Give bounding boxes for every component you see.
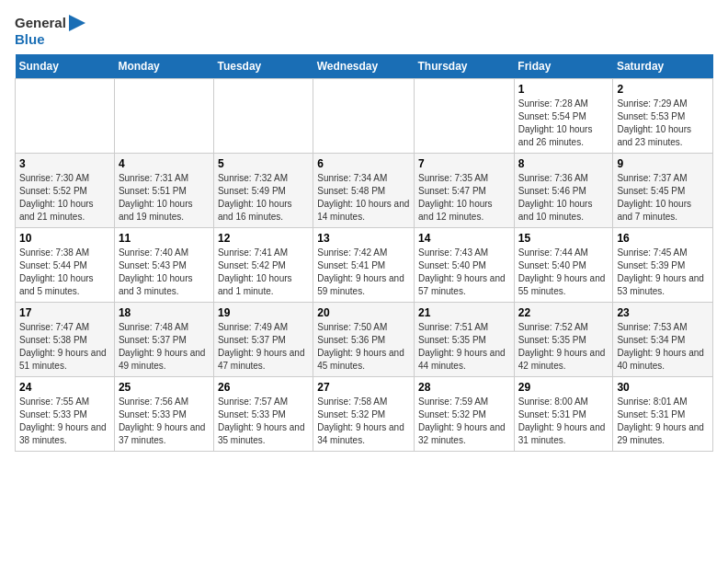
- calendar-cell: 8Sunrise: 7:36 AM Sunset: 5:46 PM Daylig…: [514, 154, 613, 228]
- day-info: Sunrise: 7:36 AM Sunset: 5:46 PM Dayligh…: [518, 172, 609, 224]
- calendar-cell: 6Sunrise: 7:34 AM Sunset: 5:48 PM Daylig…: [313, 154, 415, 228]
- calendar-cell: 16Sunrise: 7:45 AM Sunset: 5:39 PM Dayli…: [613, 228, 713, 303]
- calendar-cell: 4Sunrise: 7:31 AM Sunset: 5:51 PM Daylig…: [114, 154, 213, 228]
- calendar-week-row: 10Sunrise: 7:38 AM Sunset: 5:44 PM Dayli…: [16, 228, 713, 303]
- calendar-cell: 23Sunrise: 7:53 AM Sunset: 5:34 PM Dayli…: [613, 303, 713, 377]
- day-number: 5: [218, 157, 309, 170]
- day-number: 6: [317, 157, 410, 170]
- day-number: 22: [518, 306, 609, 319]
- header: General Blue: [15, 15, 713, 47]
- calendar-cell: 3Sunrise: 7:30 AM Sunset: 5:52 PM Daylig…: [16, 154, 115, 228]
- weekday-header-friday: Friday: [514, 54, 613, 79]
- day-number: 14: [418, 232, 510, 245]
- day-info: Sunrise: 7:38 AM Sunset: 5:44 PM Dayligh…: [19, 247, 110, 298]
- calendar-cell: 27Sunrise: 7:58 AM Sunset: 5:32 PM Dayli…: [313, 377, 415, 452]
- day-info: Sunrise: 7:51 AM Sunset: 5:35 PM Dayligh…: [418, 321, 510, 373]
- calendar-cell: 5Sunrise: 7:32 AM Sunset: 5:49 PM Daylig…: [213, 154, 313, 228]
- day-info: Sunrise: 7:56 AM Sunset: 5:33 PM Dayligh…: [119, 396, 210, 447]
- calendar-cell: [114, 79, 213, 154]
- calendar-cell: 14Sunrise: 7:43 AM Sunset: 5:40 PM Dayli…: [415, 228, 515, 303]
- weekday-header-wednesday: Wednesday: [313, 54, 415, 79]
- day-number: 8: [518, 157, 609, 170]
- calendar-cell: 22Sunrise: 7:52 AM Sunset: 5:35 PM Dayli…: [514, 303, 613, 377]
- logo-triangle-icon: [69, 15, 85, 31]
- calendar-cell: 25Sunrise: 7:56 AM Sunset: 5:33 PM Dayli…: [114, 377, 213, 452]
- day-info: Sunrise: 7:58 AM Sunset: 5:32 PM Dayligh…: [317, 396, 410, 447]
- day-number: 19: [218, 306, 309, 319]
- calendar-cell: [313, 79, 415, 154]
- day-info: Sunrise: 7:45 AM Sunset: 5:39 PM Dayligh…: [617, 247, 709, 298]
- calendar-cell: 24Sunrise: 7:55 AM Sunset: 5:33 PM Dayli…: [16, 377, 115, 452]
- svg-marker-0: [69, 15, 85, 31]
- weekday-header-saturday: Saturday: [613, 54, 713, 79]
- day-number: 30: [617, 381, 709, 394]
- calendar-cell: 1Sunrise: 7:28 AM Sunset: 5:54 PM Daylig…: [514, 79, 613, 154]
- day-info: Sunrise: 7:32 AM Sunset: 5:49 PM Dayligh…: [218, 172, 309, 224]
- calendar-week-row: 3Sunrise: 7:30 AM Sunset: 5:52 PM Daylig…: [16, 154, 713, 228]
- day-number: 7: [418, 157, 510, 170]
- day-number: 27: [317, 381, 410, 394]
- day-info: Sunrise: 7:52 AM Sunset: 5:35 PM Dayligh…: [518, 321, 609, 373]
- calendar-cell: 10Sunrise: 7:38 AM Sunset: 5:44 PM Dayli…: [16, 228, 115, 303]
- weekday-header-thursday: Thursday: [415, 54, 515, 79]
- day-number: 25: [119, 381, 210, 394]
- day-info: Sunrise: 7:35 AM Sunset: 5:47 PM Dayligh…: [418, 172, 510, 224]
- day-info: Sunrise: 7:57 AM Sunset: 5:33 PM Dayligh…: [218, 396, 309, 447]
- day-number: 20: [317, 306, 410, 319]
- day-info: Sunrise: 8:00 AM Sunset: 5:31 PM Dayligh…: [518, 396, 609, 447]
- day-number: 23: [617, 306, 709, 319]
- day-number: 11: [119, 232, 210, 245]
- day-number: 9: [617, 157, 709, 170]
- day-info: Sunrise: 7:30 AM Sunset: 5:52 PM Dayligh…: [19, 172, 110, 224]
- day-number: 1: [518, 83, 609, 96]
- day-number: 10: [19, 232, 110, 245]
- day-number: 29: [518, 381, 609, 394]
- calendar-cell: 21Sunrise: 7:51 AM Sunset: 5:35 PM Dayli…: [415, 303, 515, 377]
- day-number: 3: [19, 157, 110, 170]
- weekday-header-monday: Monday: [114, 54, 213, 79]
- calendar-cell: 11Sunrise: 7:40 AM Sunset: 5:43 PM Dayli…: [114, 228, 213, 303]
- day-number: 21: [418, 306, 510, 319]
- weekday-header-sunday: Sunday: [16, 54, 115, 79]
- day-info: Sunrise: 7:49 AM Sunset: 5:37 PM Dayligh…: [218, 321, 309, 373]
- day-info: Sunrise: 7:34 AM Sunset: 5:48 PM Dayligh…: [317, 172, 410, 224]
- day-info: Sunrise: 7:47 AM Sunset: 5:38 PM Dayligh…: [19, 321, 110, 373]
- day-info: Sunrise: 7:59 AM Sunset: 5:32 PM Dayligh…: [418, 396, 510, 447]
- calendar-cell: 12Sunrise: 7:41 AM Sunset: 5:42 PM Dayli…: [213, 228, 313, 303]
- calendar-cell: 2Sunrise: 7:29 AM Sunset: 5:53 PM Daylig…: [613, 79, 713, 154]
- calendar-cell: 7Sunrise: 7:35 AM Sunset: 5:47 PM Daylig…: [415, 154, 515, 228]
- day-info: Sunrise: 7:37 AM Sunset: 5:45 PM Dayligh…: [617, 172, 709, 224]
- day-info: Sunrise: 7:40 AM Sunset: 5:43 PM Dayligh…: [119, 247, 210, 298]
- day-number: 2: [617, 83, 709, 96]
- calendar-cell: 17Sunrise: 7:47 AM Sunset: 5:38 PM Dayli…: [16, 303, 115, 377]
- calendar-cell: 9Sunrise: 7:37 AM Sunset: 5:45 PM Daylig…: [613, 154, 713, 228]
- weekday-header-row: SundayMondayTuesdayWednesdayThursdayFrid…: [16, 54, 713, 79]
- logo-text: General Blue: [15, 15, 85, 47]
- day-number: 16: [617, 232, 709, 245]
- day-number: 15: [518, 232, 609, 245]
- calendar-table: SundayMondayTuesdayWednesdayThursdayFrid…: [15, 54, 713, 452]
- day-info: Sunrise: 7:55 AM Sunset: 5:33 PM Dayligh…: [19, 396, 110, 447]
- calendar-cell: 30Sunrise: 8:01 AM Sunset: 5:31 PM Dayli…: [613, 377, 713, 452]
- calendar-cell: 20Sunrise: 7:50 AM Sunset: 5:36 PM Dayli…: [313, 303, 415, 377]
- calendar-week-row: 24Sunrise: 7:55 AM Sunset: 5:33 PM Dayli…: [16, 377, 713, 452]
- calendar-week-row: 1Sunrise: 7:28 AM Sunset: 5:54 PM Daylig…: [16, 79, 713, 154]
- day-info: Sunrise: 8:01 AM Sunset: 5:31 PM Dayligh…: [617, 396, 709, 447]
- day-info: Sunrise: 7:28 AM Sunset: 5:54 PM Dayligh…: [518, 98, 609, 149]
- calendar-cell: 15Sunrise: 7:44 AM Sunset: 5:40 PM Dayli…: [514, 228, 613, 303]
- calendar-cell: 18Sunrise: 7:48 AM Sunset: 5:37 PM Dayli…: [114, 303, 213, 377]
- calendar-cell: [16, 79, 115, 154]
- calendar-cell: [213, 79, 313, 154]
- day-info: Sunrise: 7:48 AM Sunset: 5:37 PM Dayligh…: [119, 321, 210, 373]
- day-info: Sunrise: 7:41 AM Sunset: 5:42 PM Dayligh…: [218, 247, 309, 298]
- day-info: Sunrise: 7:29 AM Sunset: 5:53 PM Dayligh…: [617, 98, 709, 149]
- calendar-cell: 19Sunrise: 7:49 AM Sunset: 5:37 PM Dayli…: [213, 303, 313, 377]
- day-info: Sunrise: 7:42 AM Sunset: 5:41 PM Dayligh…: [317, 247, 410, 298]
- calendar-cell: 26Sunrise: 7:57 AM Sunset: 5:33 PM Dayli…: [213, 377, 313, 452]
- calendar-cell: [415, 79, 515, 154]
- logo: General Blue: [15, 15, 85, 47]
- day-number: 13: [317, 232, 410, 245]
- day-number: 24: [19, 381, 110, 394]
- calendar-cell: 28Sunrise: 7:59 AM Sunset: 5:32 PM Dayli…: [415, 377, 515, 452]
- calendar-week-row: 17Sunrise: 7:47 AM Sunset: 5:38 PM Dayli…: [16, 303, 713, 377]
